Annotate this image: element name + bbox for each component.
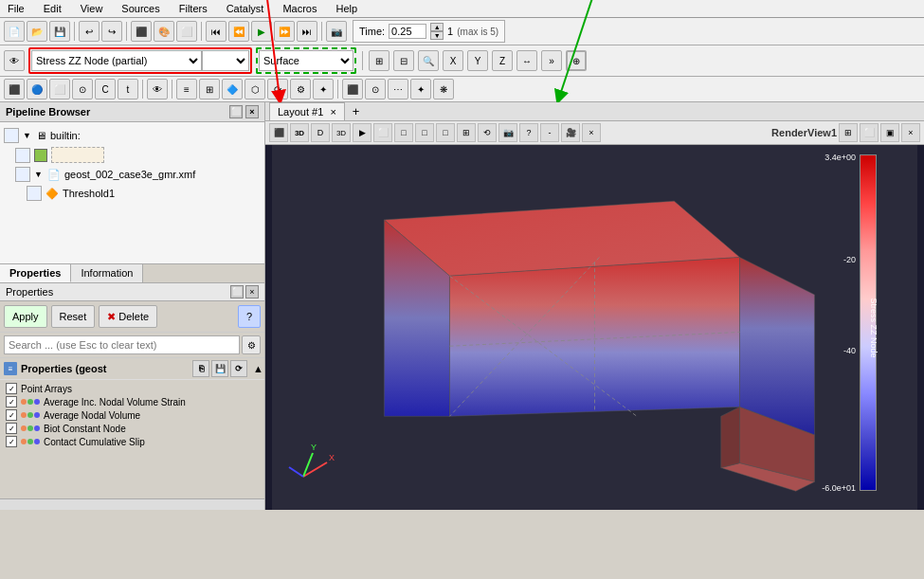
- rtb-play[interactable]: ▶: [353, 123, 371, 142]
- delete-button[interactable]: ✖ Delete: [99, 305, 157, 328]
- play-next[interactable]: ⏩: [274, 21, 295, 42]
- menu-macros[interactable]: Macros: [279, 2, 320, 15]
- filter7[interactable]: 👁: [147, 79, 168, 100]
- time-input[interactable]: [389, 24, 426, 39]
- tree-label-threshold[interactable]: Threshold1: [63, 188, 115, 199]
- section-copy-btn[interactable]: ⎘: [192, 360, 209, 377]
- checkbox-0[interactable]: ✓: [6, 396, 17, 407]
- apply-button[interactable]: Apply: [4, 305, 47, 328]
- tb1[interactable]: ⬛: [131, 21, 152, 42]
- filter3[interactable]: ⬜: [49, 79, 70, 100]
- checkbox-2[interactable]: ✓: [6, 423, 17, 434]
- menu-help[interactable]: Help: [332, 2, 361, 15]
- play-end[interactable]: ⏭: [297, 21, 317, 42]
- axis-z-btn[interactable]: Z: [492, 50, 513, 71]
- filter19[interactable]: ❋: [433, 79, 454, 100]
- filter11[interactable]: ⬡: [245, 79, 265, 100]
- view-close-btn[interactable]: ×: [901, 123, 920, 142]
- eye-box[interactable]: [15, 148, 30, 163]
- tb2[interactable]: 🎨: [154, 21, 174, 42]
- filter18[interactable]: ✦: [410, 79, 431, 100]
- axis-x-btn[interactable]: X: [443, 50, 463, 71]
- play-btn[interactable]: ▶: [251, 21, 272, 42]
- play-prev[interactable]: ⏪: [228, 21, 249, 42]
- axis-y-btn[interactable]: Y: [467, 50, 488, 71]
- zoom-btn[interactable]: 🔍: [418, 50, 439, 71]
- expand-geost[interactable]: ▼: [34, 170, 44, 179]
- undo-btn[interactable]: ↩: [79, 21, 100, 42]
- eye-builtin[interactable]: [4, 128, 19, 143]
- menu-file[interactable]: File: [4, 2, 28, 15]
- filter6[interactable]: t: [118, 79, 138, 100]
- plotted-var-extra[interactable]: [202, 50, 249, 71]
- eye-geost[interactable]: [15, 167, 30, 182]
- view-max-btn[interactable]: ▣: [880, 123, 899, 142]
- bottom-scrollbar[interactable]: [0, 498, 264, 510]
- rtb8[interactable]: ⊞: [457, 123, 476, 142]
- rtb-x[interactable]: ×: [582, 123, 601, 142]
- menu-filters[interactable]: Filters: [175, 2, 211, 15]
- filter15[interactable]: ⬛: [342, 79, 363, 100]
- filter17[interactable]: ⋯: [388, 79, 408, 100]
- pipeline-float-btn[interactable]: ⬜: [229, 105, 243, 118]
- eye-toggle[interactable]: 👁: [4, 50, 25, 71]
- snapshot-btn[interactable]: 📷: [326, 21, 347, 42]
- view-float-btn[interactable]: ⬜: [860, 123, 879, 142]
- filter14[interactable]: ✦: [313, 79, 334, 100]
- open-btn[interactable]: 📂: [27, 21, 47, 42]
- representation-select[interactable]: Surface: [259, 50, 353, 71]
- filter13[interactable]: ⚙: [290, 79, 311, 100]
- view-grid-btn[interactable]: ⊞: [839, 123, 858, 142]
- filter10[interactable]: 🔷: [222, 79, 243, 100]
- rescale-btn[interactable]: ⊞: [369, 50, 390, 71]
- rtb10[interactable]: 📷: [498, 123, 517, 142]
- props-float-btn[interactable]: ⬜: [230, 285, 244, 299]
- rtb7[interactable]: □: [436, 123, 455, 142]
- tab-properties[interactable]: Properties: [0, 264, 71, 282]
- tab-information[interactable]: Information: [71, 264, 143, 282]
- expand-builtin[interactable]: ▼: [23, 131, 32, 140]
- redo-btn[interactable]: ↪: [101, 21, 122, 42]
- filter8[interactable]: ≡: [176, 79, 197, 100]
- tree-label-geost[interactable]: geost_002_case3e_gmr.xmf: [64, 169, 195, 180]
- menu-edit[interactable]: Edit: [40, 2, 65, 15]
- pipeline-close-btn[interactable]: ×: [245, 105, 259, 118]
- rtb-camera[interactable]: 🎥: [561, 123, 580, 142]
- render-canvas[interactable]: 3.4e+00 -20 -40 -6.0e+01 Stress ZZ Node …: [265, 145, 924, 510]
- eye-threshold[interactable]: [27, 186, 42, 201]
- filter16[interactable]: ⊙: [365, 79, 386, 100]
- rtb-minus[interactable]: -: [540, 123, 559, 142]
- filter2[interactable]: 🔵: [27, 79, 47, 100]
- tb3[interactable]: ⬜: [176, 21, 197, 42]
- rtb-3d[interactable]: 3D: [332, 123, 351, 142]
- reset-button[interactable]: Reset: [51, 305, 96, 328]
- rtb-select[interactable]: ⬜: [373, 123, 392, 142]
- checkbox-1[interactable]: ✓: [6, 409, 17, 421]
- help-button[interactable]: ?: [238, 305, 261, 328]
- add-tab-btn[interactable]: +: [347, 102, 366, 120]
- section-save-btn[interactable]: 💾: [211, 360, 228, 377]
- filter12[interactable]: ⟳: [267, 79, 288, 100]
- render-tab-layout1[interactable]: Layout #1 ×: [269, 102, 345, 120]
- filter9[interactable]: ⊞: [199, 79, 220, 100]
- checkbox-point-arrays[interactable]: ✓: [6, 383, 17, 394]
- rtb-3d-toggle[interactable]: 3D: [290, 123, 309, 142]
- rtb-question[interactable]: ?: [519, 123, 538, 142]
- play-begin[interactable]: ⏮: [206, 21, 226, 42]
- filter5[interactable]: C: [95, 79, 116, 100]
- time-up[interactable]: ▲: [430, 23, 444, 31]
- section-scroll-btn[interactable]: ▲: [253, 363, 261, 374]
- rtb-d[interactable]: D: [311, 123, 330, 142]
- interact-btn[interactable]: ⊕: [566, 50, 587, 71]
- filter4[interactable]: ⊙: [72, 79, 93, 100]
- rtb1[interactable]: ⬛: [269, 123, 288, 142]
- plotted-var-select[interactable]: Stress ZZ Node (partial): [31, 50, 202, 71]
- time-down[interactable]: ▼: [430, 31, 444, 40]
- menu-view[interactable]: View: [77, 2, 107, 15]
- section-reload-btn[interactable]: ⟳: [230, 360, 247, 377]
- menu-catalyst[interactable]: Catalyst: [223, 2, 268, 15]
- filter1[interactable]: ⬛: [4, 79, 25, 100]
- search-input[interactable]: [4, 335, 240, 354]
- props-close-btn[interactable]: ×: [245, 285, 259, 299]
- new-btn[interactable]: 📄: [4, 21, 25, 42]
